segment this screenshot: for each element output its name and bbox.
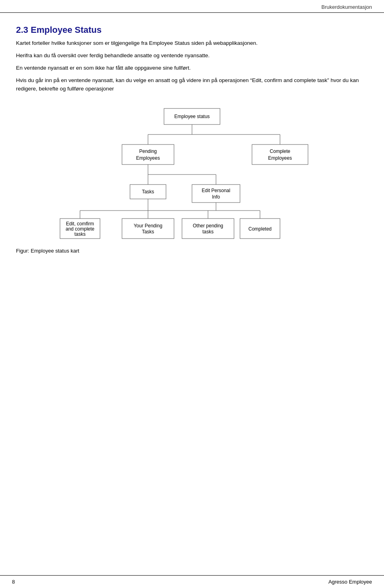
node-your-pending-tasks: Your Pending [134,223,162,229]
svg-rect-14 [192,185,240,203]
section-number: 2.3 [16,25,28,35]
paragraph-4: Hvis du går inn på en ventende nyansatt,… [16,76,368,93]
svg-rect-7 [252,144,308,165]
paragraph-2: Herifra kan du få oversikt over ferdig b… [16,52,368,60]
paragraph-3: En ventende nyansatt er en som ikke har … [16,64,368,72]
diagram-container: Employee status Pending Employees Comple… [16,104,368,242]
svg-rect-24 [122,219,174,239]
node-employee-status: Employee status [174,114,210,119]
svg-text:Employees: Employees [136,155,160,161]
svg-text:and complete: and complete [66,226,94,232]
header-title: Brukerdokumentasjon [322,4,372,10]
svg-rect-4 [122,144,174,165]
node-edit-confirm-complete: Edit, comfirm [66,221,94,227]
node-edit-personal-info: Edit Personal [202,188,230,193]
node-complete-employees: Complete [270,149,290,154]
node-pending-employees: Pending [139,149,157,154]
svg-text:tasks: tasks [74,231,86,237]
node-other-pending-tasks: Other pending [193,223,223,229]
svg-text:Info: Info [212,194,220,200]
svg-text:Employees: Employees [268,155,292,161]
section-title: 2.3 Employee Status [16,25,368,35]
footer-page-number: 8 [12,579,15,585]
node-tasks: Tasks [142,189,154,195]
footer-app-name: Agresso Employee [328,579,372,585]
svg-text:Tasks: Tasks [142,229,154,235]
page-header: Brukerdokumentasjon [0,0,384,13]
node-completed: Completed [248,226,272,232]
main-content: 2.3 Employee Status Kartet forteller hvi… [0,13,384,278]
svg-text:tasks: tasks [202,229,214,235]
paragraph-1: Kartet forteller hvilke funksjoner som e… [16,39,368,48]
diagram-svg: Employee status Pending Employees Comple… [56,104,328,242]
svg-rect-27 [182,219,234,239]
figure-caption: Figur: Employee status kart [16,248,368,254]
section-name: Employee Status [31,25,102,35]
page-footer: 8 Agresso Employee [0,575,384,588]
